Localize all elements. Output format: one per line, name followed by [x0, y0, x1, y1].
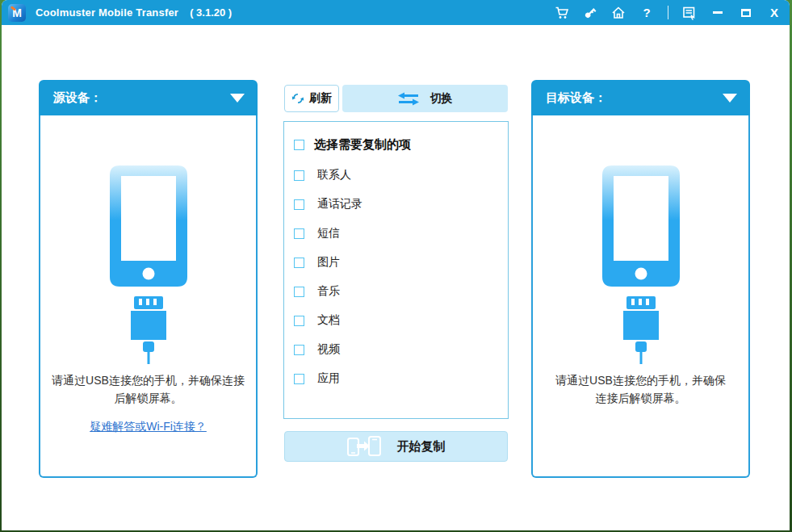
source-device-title: 源设备： — [53, 90, 102, 106]
refresh-label: 刷新 — [309, 91, 332, 106]
app-title: Coolmuster Mobile Transfer — [36, 6, 178, 19]
phone-transfer-icon — [347, 435, 381, 458]
item-checkbox[interactable] — [294, 258, 304, 268]
copy-item-row[interactable]: 图片 — [294, 248, 508, 277]
item-label: 应用 — [317, 371, 340, 386]
titlebar-separator — [668, 6, 668, 19]
item-checkbox[interactable] — [294, 287, 304, 297]
copy-item-row[interactable]: 联系人 — [294, 161, 508, 190]
target-device-title: 目标设备： — [546, 90, 606, 106]
item-checkbox[interactable] — [294, 374, 304, 384]
copy-item-rows: 联系人 通话记录 短信 图片 — [294, 161, 508, 393]
item-label: 联系人 — [317, 168, 351, 182]
target-connect-hint: 请通过USB连接您的手机，并确保连接后解锁屏幕。 — [533, 372, 748, 407]
item-label: 视频 — [317, 342, 340, 357]
source-device-body: 请通过USB连接您的手机，并确保连接后解锁屏幕。 疑难解答或Wi-Fi连接？ — [39, 115, 258, 478]
item-label: 图片 — [317, 255, 340, 270]
switch-label: 切换 — [430, 91, 453, 106]
select-all-row[interactable]: 选择需要复制的项 — [294, 132, 508, 157]
copy-item-row[interactable]: 音乐 — [294, 277, 508, 306]
phone-usb-icon — [580, 165, 702, 364]
target-device-panel: 目标设备： 请通过USB连接您的手机，并确保连接后解锁屏幕。 — [531, 80, 750, 478]
switch-button[interactable]: 切换 — [342, 85, 508, 112]
app-logo-icon: M — [8, 4, 26, 22]
titlebar: M Coolmuster Mobile Transfer ( 3.1.20 ) — [2, 0, 790, 25]
copy-item-row[interactable]: 视频 — [294, 335, 508, 364]
item-label: 短信 — [317, 226, 340, 241]
minimize-button[interactable] — [710, 6, 725, 20]
item-label: 文档 — [317, 313, 340, 328]
swap-arrows-icon — [398, 92, 419, 106]
app-version: ( 3.1.20 ) — [190, 6, 232, 19]
source-device-dropdown-icon[interactable] — [230, 94, 245, 103]
logo-accent — [10, 6, 16, 10]
phone-usb-icon — [88, 165, 209, 364]
select-all-checkbox[interactable] — [294, 140, 304, 150]
item-checkbox[interactable] — [294, 228, 304, 239]
maximize-button[interactable] — [739, 6, 753, 20]
source-device-panel: 源设备： 请通过USB连接您的手机，并确保连接后解锁屏幕。 疑难解答或Wi-Fi… — [39, 80, 258, 478]
target-device-dropdown-icon[interactable] — [723, 94, 737, 103]
help-icon[interactable]: ? — [639, 6, 654, 20]
troubleshoot-wifi-link[interactable]: 疑难解答或Wi-Fi连接？ — [90, 420, 207, 434]
item-label: 通话记录 — [317, 197, 362, 212]
item-checkbox[interactable] — [294, 345, 304, 355]
key-icon[interactable] — [583, 6, 597, 20]
select-all-label: 选择需要复制的项 — [314, 137, 411, 153]
source-device-header: 源设备： — [39, 80, 258, 115]
item-checkbox[interactable] — [294, 199, 304, 210]
copy-item-row[interactable]: 短信 — [294, 219, 508, 248]
item-checkbox[interactable] — [294, 170, 304, 181]
cart-icon[interactable] — [555, 6, 569, 20]
copy-item-row[interactable]: 文档 — [294, 306, 508, 335]
register-icon[interactable] — [682, 6, 697, 20]
start-copy-label: 开始复制 — [397, 439, 446, 455]
copy-item-row[interactable]: 应用 — [294, 364, 508, 393]
target-device-header: 目标设备： — [531, 80, 750, 115]
app-window: M Coolmuster Mobile Transfer ( 3.1.20 ) — [2, 0, 790, 530]
refresh-button[interactable]: 刷新 — [284, 85, 339, 112]
start-copy-button[interactable]: 开始复制 — [284, 431, 508, 462]
main-content: 源设备： 请通过USB连接您的手机，并确保连接后解锁屏幕。 疑难解答或Wi-Fi… — [2, 25, 790, 530]
copy-items-list: 选择需要复制的项 联系人 通话记录 短信 — [283, 121, 509, 419]
source-connect-hint: 请通过USB连接您的手机，并确保连接后解锁屏幕。 — [40, 372, 256, 407]
item-checkbox[interactable] — [294, 316, 304, 326]
item-label: 音乐 — [317, 284, 340, 299]
copy-item-row[interactable]: 通话记录 — [294, 190, 508, 219]
home-icon[interactable] — [611, 6, 626, 20]
close-button[interactable]: X — [767, 6, 782, 20]
refresh-icon — [291, 92, 304, 105]
target-device-body: 请通过USB连接您的手机，并确保连接后解锁屏幕。 — [531, 115, 750, 478]
